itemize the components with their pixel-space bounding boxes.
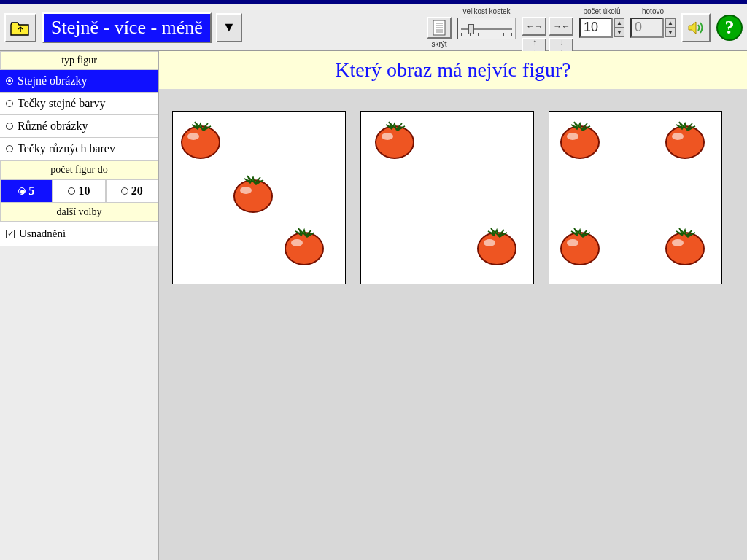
done-label: hotovo (642, 7, 664, 16)
sound-button[interactable] (681, 13, 711, 42)
option-label: 5 (28, 184, 34, 198)
sidebar: typ figur Stejné obrázkyTečky stejné bar… (0, 51, 159, 560)
dice-size-label: velikost kostek (462, 7, 510, 16)
radio-icon (6, 145, 13, 152)
radio-icon (68, 187, 75, 195)
tomato-icon (282, 222, 326, 266)
width-shrink-button[interactable]: ← → (522, 17, 546, 36)
simplify-label: Usnadnění (19, 228, 66, 240)
width-grow-button[interactable]: → ← (549, 17, 573, 36)
help-button[interactable]: ? (716, 15, 743, 41)
question-icon: ? (725, 17, 735, 39)
figure-type-option[interactable]: Stejné obrázky (0, 70, 158, 93)
open-folder-button[interactable] (4, 13, 36, 42)
checkbox-icon: ✓ (6, 230, 15, 238)
toolbar: Stejně - více - méně ▼ skrýt velikost ko… (0, 4, 747, 51)
tomato-icon (179, 116, 222, 160)
page-icon (433, 20, 446, 36)
hide-label: skrýt (431, 40, 446, 48)
figure-count-option[interactable]: 5 (0, 179, 53, 203)
answer-panel[interactable] (360, 111, 534, 284)
dice-size-slider[interactable] (457, 18, 516, 39)
tasks-count-label: počet úkolů (583, 7, 620, 16)
hide-tool: skrýt (427, 7, 452, 48)
tasks-count-input[interactable]: 10 (579, 18, 613, 38)
speaker-icon (686, 18, 705, 37)
option-label: Stejné obrázky (18, 74, 88, 88)
tomato-icon (558, 116, 602, 160)
done-up-button[interactable]: ▲ (665, 18, 676, 28)
activity-title: Stejně - více - méně (42, 12, 212, 43)
tomato-icon (231, 170, 275, 214)
folder-up-icon (10, 20, 31, 36)
answer-panel[interactable] (549, 111, 722, 284)
arrows-out-h-icon: → ← (553, 21, 568, 31)
done-down-button[interactable]: ▼ (665, 28, 676, 37)
tasks-down-button[interactable]: ▼ (614, 28, 624, 37)
figure-type-option[interactable]: Různé obrázky (0, 115, 158, 138)
radio-icon (121, 187, 128, 195)
activity-dropdown-button[interactable]: ▼ (216, 13, 242, 42)
answer-panel[interactable] (172, 111, 346, 284)
done-count-display: 0 (630, 18, 664, 38)
figure-type-header: typ figur (0, 51, 158, 70)
radio-icon (6, 122, 13, 130)
hide-button[interactable] (427, 17, 452, 39)
option-label: Různé obrázky (18, 120, 88, 133)
figure-count-header: počet figur do (0, 160, 158, 179)
tasks-up-button[interactable]: ▲ (614, 18, 624, 28)
chevron-down-icon: ▼ (222, 20, 236, 35)
arrows-in-h-icon: ← → (526, 21, 541, 31)
other-options-header: další volby (0, 203, 158, 222)
main-area: Který obraz má nejvíc figur? (159, 51, 747, 560)
radio-icon (6, 100, 13, 107)
option-label: Tečky různých barev (18, 142, 115, 155)
radio-icon (6, 77, 13, 85)
question-text: Který obraz má nejvíc figur? (159, 51, 747, 89)
option-label: 10 (78, 184, 90, 198)
radio-icon (18, 187, 26, 195)
tomato-icon (558, 222, 602, 266)
simplify-checkbox[interactable]: ✓ Usnadnění (0, 222, 158, 246)
tomato-icon (475, 222, 519, 266)
option-label: 20 (131, 184, 143, 198)
figure-count-option[interactable]: 20 (106, 179, 158, 203)
answer-panels (159, 89, 747, 306)
figure-type-option[interactable]: Tečky stejné barvy (0, 93, 158, 115)
figure-type-option[interactable]: Tečky různých barev (0, 138, 158, 160)
tomato-icon (663, 116, 707, 160)
tomato-icon (663, 222, 707, 266)
figure-count-option[interactable]: 10 (53, 179, 105, 203)
option-label: Tečky stejné barvy (18, 97, 106, 110)
tomato-icon (373, 116, 417, 160)
